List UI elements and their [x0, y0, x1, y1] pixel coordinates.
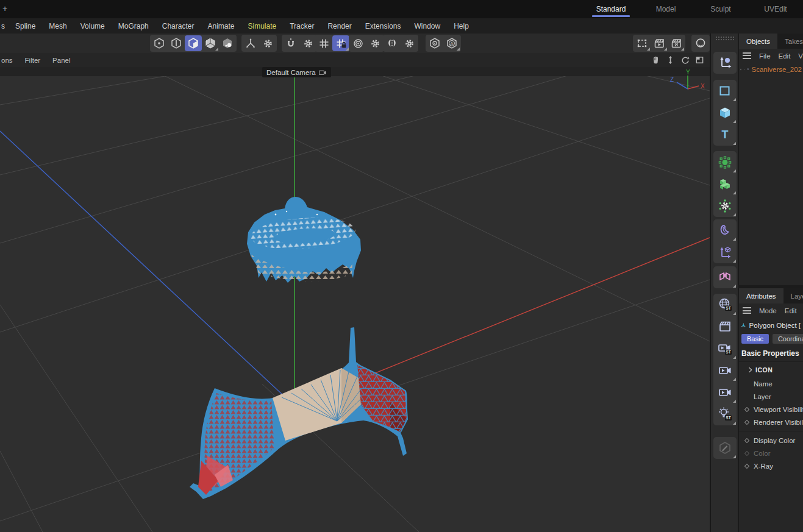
menu-item-character[interactable]: Character	[155, 22, 201, 30]
layout-tab-uvedit[interactable]: UVEdit	[748, 0, 803, 18]
camera-st-button[interactable]: ST	[713, 338, 737, 360]
objects-menu-edit[interactable]: Edit	[779, 52, 791, 60]
light-button[interactable]: ST	[713, 403, 737, 425]
layout-tab-sculpt[interactable]: Sculpt	[693, 0, 748, 18]
zoom-icon[interactable]	[665, 54, 676, 65]
viewport-menu-panel[interactable]: Panel	[46, 57, 76, 64]
keyframe-diamond-icon[interactable]	[744, 419, 749, 424]
camera-label-pill[interactable]: Default Camera	[262, 67, 331, 77]
snap-button[interactable]	[282, 35, 299, 51]
modeling-settings-gear-button[interactable]	[366, 35, 384, 51]
hamburger-icon[interactable]	[743, 307, 751, 314]
tab-attributes[interactable]: Attributes	[739, 288, 783, 303]
menu-item-simulate[interactable]: Simulate	[241, 22, 283, 30]
attributes-menu-edit[interactable]: Edit	[785, 307, 797, 314]
tab-objects[interactable]: Objects	[739, 34, 777, 49]
hamburger-icon[interactable]	[743, 52, 751, 59]
move-tool-button[interactable]	[713, 52, 737, 74]
symmetry-group	[713, 266, 737, 288]
keyframe-diamond-icon[interactable]	[744, 438, 749, 442]
viewport-3d[interactable]: Default Camera Y Z X	[0, 67, 710, 532]
maximize-icon[interactable]	[694, 54, 705, 65]
attributes-menu-mode[interactable]: Mode	[759, 307, 777, 314]
menu-item-spline[interactable]: Spline	[9, 22, 42, 30]
primitive-cube-button[interactable]	[713, 102, 737, 124]
section-tab-coordinates[interactable]: Coordinat	[773, 334, 803, 344]
section-tab-basic[interactable]: Basic	[741, 334, 769, 344]
camera-play-alt-button[interactable]	[713, 381, 737, 403]
attr-row-xray[interactable]: X-Ray	[739, 459, 803, 472]
attr-row-layer[interactable]: Layer	[739, 390, 803, 403]
new-layout-button[interactable]: +	[2, 4, 7, 13]
menu-item-help[interactable]: Help	[447, 22, 476, 30]
axis-settings-gear-button[interactable]	[259, 35, 276, 51]
stage-button[interactable]	[713, 316, 737, 338]
menu-item-mesh[interactable]: Mesh	[42, 22, 73, 30]
layout-tab-standard[interactable]: Standard	[584, 0, 638, 18]
menu-item-animate[interactable]: Animate	[201, 22, 241, 30]
viewport-menu-options[interactable]: ons	[0, 57, 19, 64]
attr-row-display-color[interactable]: Display Color	[739, 434, 803, 447]
tab-takes[interactable]: Takes	[777, 34, 803, 49]
tree-item-scaniverse[interactable]: Scaniverse_202	[752, 66, 802, 73]
field-button[interactable]	[713, 241, 737, 263]
snap-settings-gear-button[interactable]	[299, 35, 316, 51]
quantize-grid-lock-button[interactable]	[332, 35, 349, 51]
model-mode-button[interactable]	[202, 35, 219, 51]
deformer-button[interactable]	[713, 219, 737, 241]
hexagon-auto-button[interactable]: A	[443, 35, 460, 51]
render-settings-button[interactable]	[668, 35, 685, 51]
texture-mode-button[interactable]	[219, 35, 236, 51]
menu-item-render[interactable]: Render	[321, 22, 358, 30]
points-mode-button[interactable]	[151, 35, 168, 51]
axis-gizmo[interactable]: Y Z X	[667, 68, 707, 98]
spline-rectangle-button[interactable]	[713, 80, 737, 102]
symmetry-button[interactable]	[713, 266, 737, 288]
objects-menu-file[interactable]: File	[759, 52, 771, 60]
menu-item-mograph[interactable]: MoGraph	[112, 22, 155, 30]
attr-row-name[interactable]: Name	[739, 377, 803, 390]
camera-lens-button[interactable]	[692, 35, 709, 51]
edge-mode-button[interactable]	[168, 35, 185, 51]
simulation-button[interactable]	[713, 195, 737, 217]
attr-row-viewport-visibility[interactable]: Viewport Visibilit	[739, 403, 803, 416]
text-object-button[interactable]: T	[713, 124, 737, 146]
sky-button[interactable]: ST	[713, 294, 737, 316]
layout-tab-model[interactable]: Model	[638, 0, 693, 18]
tab-layer[interactable]: Layer	[783, 288, 803, 303]
attr-row-renderer-visibility[interactable]: Renderer Visibilit	[739, 416, 803, 428]
menu-item-volume[interactable]: Volume	[74, 22, 112, 30]
pan-icon[interactable]	[650, 54, 661, 65]
material-pencil-button[interactable]	[713, 437, 737, 459]
icon-group-row[interactable]: ICON	[739, 362, 803, 377]
keyframe-diamond-icon[interactable]	[744, 406, 749, 411]
camera-play-button[interactable]	[713, 360, 737, 381]
menu-item-window[interactable]: Window	[407, 22, 447, 30]
polygon-mode-button[interactable]	[185, 35, 202, 51]
menu-item-tracker[interactable]: Tracker	[283, 22, 321, 30]
mirror-button[interactable]	[384, 35, 401, 51]
quantize-grid-button[interactable]	[315, 35, 332, 51]
attr-row-color: Color	[739, 447, 803, 459]
quantize-group	[315, 35, 350, 52]
mirror-settings-gear-button[interactable]	[401, 35, 418, 51]
toolbar-drag-handle[interactable]	[715, 36, 735, 41]
menu-item-truncated[interactable]: s	[0, 22, 9, 30]
scan-mesh-lower[interactable]	[190, 327, 407, 499]
axis-modification-button[interactable]	[242, 35, 259, 51]
keyframe-diamond-icon[interactable]	[744, 463, 749, 468]
scan-mesh-upper[interactable]	[247, 197, 361, 283]
objects-menu-view[interactable]: Vie	[798, 52, 803, 60]
modeling-circles-button[interactable]	[349, 35, 366, 51]
render-view-button[interactable]	[651, 35, 668, 51]
volume-builder-button[interactable]	[713, 173, 737, 195]
hexagon-target-button[interactable]	[426, 35, 443, 51]
expand-icon[interactable]	[740, 66, 741, 73]
menu-item-extensions[interactable]: Extensions	[359, 22, 408, 30]
rotate-icon[interactable]	[679, 54, 690, 65]
subdivision-surface-button[interactable]	[713, 151, 737, 173]
viewport-menu-filter[interactable]: Filter	[19, 57, 47, 64]
primitive-group: T	[713, 80, 737, 146]
render-region-button[interactable]	[633, 35, 651, 51]
camera-lens-group	[691, 35, 710, 52]
